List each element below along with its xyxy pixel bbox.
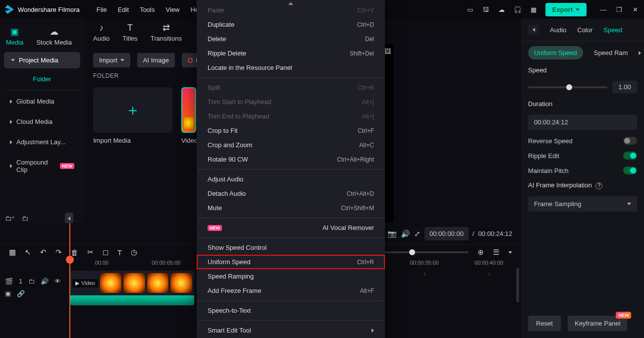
link-icon[interactable]: 🔗 — [17, 290, 25, 297]
sidebar-item-compound-clip[interactable]: Compound Clip NEW — [4, 153, 80, 179]
context-menu-item-ripple-delete[interactable]: Ripple DeleteShift+Del — [197, 46, 385, 60]
ai-image-button[interactable]: AI Image — [137, 53, 175, 67]
context-menu-item-speech-to-text[interactable]: Speech-to-Text — [197, 303, 385, 318]
context-menu-item-rotate-90-cw[interactable]: Rotate 90 CWCtrl+Alt+Right — [197, 152, 385, 167]
menu-view[interactable]: View — [165, 6, 179, 13]
interp-select[interactable]: Frame Sampling — [528, 196, 637, 212]
help-icon[interactable]: ? — [595, 182, 602, 189]
context-menu-item-uniform-speed[interactable]: Uniform SpeedCtrl+R — [197, 255, 385, 269]
visibility-icon[interactable]: 👁 — [54, 278, 61, 285]
reset-button[interactable]: Reset — [528, 316, 561, 331]
context-menu-label: Adjust Audio — [208, 175, 243, 183]
save-icon[interactable]: 🖫 — [482, 5, 490, 13]
playhead[interactable] — [69, 223, 70, 338]
menu-tools[interactable]: Tools — [140, 6, 155, 13]
track-icon[interactable]: 🎬 — [5, 278, 13, 285]
menu-edit[interactable]: Edit — [118, 6, 129, 13]
context-menu-item-speed-ramping[interactable]: Speed Ramping — [197, 269, 385, 283]
cloud-icon[interactable]: ☁ — [498, 5, 506, 13]
new-folder-icon[interactable]: 🗀⁺ — [5, 215, 15, 222]
context-menu-item-mute[interactable]: MuteCtrl+Shift+M — [197, 201, 385, 215]
collapse-sidebar-button[interactable] — [65, 213, 73, 224]
video-clip-tile[interactable]: Video — [181, 87, 198, 144]
timeline-scrollbar[interactable] — [516, 268, 519, 302]
chevron-down-icon[interactable] — [508, 251, 512, 254]
context-menu-item-crop-and-zoom[interactable]: Crop and ZoomAlt+C — [197, 138, 385, 152]
subtab-uniform-speed[interactable]: Uniform Speed — [528, 46, 583, 59]
crop-icon[interactable]: ◻ — [103, 248, 108, 257]
tab-stock-media[interactable]: ☁ Stock Media — [36, 27, 72, 46]
snapshot-icon[interactable]: 📷 — [387, 229, 397, 238]
grid-icon[interactable]: ▦ — [9, 248, 16, 257]
timecode-current[interactable]: 00:00:00:00 — [425, 227, 469, 240]
reverse-speed-toggle[interactable] — [623, 137, 637, 145]
speed-slider[interactable] — [528, 86, 607, 88]
context-menu-item-adjust-audio[interactable]: Adjust Audio — [197, 172, 385, 186]
import-button[interactable]: Import — [93, 53, 130, 67]
inspector-tab-speed[interactable]: Speed — [603, 26, 622, 34]
context-menu-item-duplicate[interactable]: DuplicateCtrl+D — [197, 17, 385, 32]
context-menu-item-delete[interactable]: DeleteDel — [197, 32, 385, 46]
track-options-icon[interactable]: ☰ — [493, 248, 499, 257]
speed-icon[interactable]: ◷ — [131, 248, 137, 257]
layout-icon[interactable]: ▭ — [466, 5, 474, 13]
minimize-icon[interactable]: ― — [599, 5, 607, 13]
speed-value[interactable]: 1.00 — [612, 81, 637, 93]
context-menu-item-smart-edit-tool[interactable]: Smart Edit Tool — [197, 323, 385, 338]
inspector-tab-color[interactable]: Color — [577, 26, 592, 34]
clip-audio-waveform[interactable] — [70, 295, 194, 305]
slider-knob[interactable] — [566, 84, 572, 90]
menu-file[interactable]: File — [97, 6, 107, 13]
timeline-clip[interactable]: ▶ Video — [70, 271, 194, 295]
context-menu-item-crop-to-fit[interactable]: Crop to FitCtrl+F — [197, 123, 385, 138]
tab-titles[interactable]: T Titles — [122, 23, 138, 42]
context-menu-item-add-freeze-frame[interactable]: Add Freeze FrameAlt+F — [197, 283, 385, 298]
tab-transitions[interactable]: ⇄ Transitions — [151, 23, 182, 42]
close-icon[interactable]: ✕ — [631, 5, 639, 13]
keyframe-panel-button[interactable]: Keyframe Panel NEW — [568, 316, 628, 331]
chevron-right-icon[interactable] — [639, 51, 641, 55]
context-menu-item-show-speed-control[interactable]: Show Speed Control — [197, 240, 385, 255]
maintain-pitch-toggle[interactable] — [623, 167, 637, 174]
ripple-edit-label: Ripple Edit — [528, 152, 559, 160]
ripple-edit-toggle[interactable] — [623, 152, 637, 160]
bin-icon[interactable]: 🗀 — [22, 215, 28, 222]
tab-audio[interactable]: ♪ Audio — [93, 23, 109, 42]
tab-media[interactable]: ▣ Media — [6, 27, 23, 46]
fullscreen-icon[interactable]: ⤢ — [414, 229, 421, 238]
maximize-icon[interactable]: ❐ — [615, 5, 623, 13]
zoom-in-icon[interactable]: ⊕ — [478, 248, 484, 257]
delete-icon[interactable]: 🗑 — [71, 248, 78, 257]
ruler-tick: 00:00:35:00 — [392, 260, 456, 276]
support-icon[interactable]: 🎧 — [514, 5, 522, 13]
sidebar-item-cloud-media[interactable]: Cloud Media — [4, 113, 80, 131]
undo-icon[interactable]: ↶ — [40, 248, 47, 257]
folder-icon[interactable]: 🗀 — [28, 278, 35, 285]
redo-icon[interactable]: ↷ — [55, 248, 62, 257]
volume-icon[interactable]: 🔊 — [401, 229, 410, 238]
split-icon[interactable]: ✂ — [87, 248, 94, 257]
text-icon[interactable]: T — [117, 248, 122, 257]
link-toggle-icon[interactable]: ▣ — [5, 290, 11, 297]
project-media-chip[interactable]: Project Media — [4, 52, 80, 68]
subtab-speed-ramping[interactable]: Speed Ram — [588, 46, 634, 59]
export-button[interactable]: Export — [545, 3, 587, 16]
context-menu-item-ai-vocal-remover[interactable]: NEWAI Vocal Remover — [197, 221, 385, 235]
slider-knob[interactable] — [409, 249, 415, 255]
duration-field[interactable]: 00:00:24:12 — [528, 114, 637, 130]
interp-label-text: AI Frame Interpolation — [528, 181, 592, 189]
context-menu-item-detach-audio[interactable]: Detach AudioCtrl+Alt+D — [197, 186, 385, 201]
apps-icon[interactable]: ▦ — [530, 5, 537, 13]
record-icon — [188, 58, 193, 63]
import-media-tile[interactable]: ＋ Import Media — [93, 87, 172, 144]
sidebar-item-global-media[interactable]: Global Media — [4, 92, 80, 111]
context-menu-item-locate-in-the-resource-panel[interactable]: Locate in the Resource Panel — [197, 60, 385, 75]
mute-icon[interactable]: 🔊 — [41, 278, 49, 285]
inspector-nav-left[interactable] — [528, 25, 539, 35]
inspector-tab-audio[interactable]: Audio — [550, 26, 566, 34]
folder-tab[interactable]: Folder — [4, 68, 80, 90]
image-icon[interactable]: 🖼 — [384, 48, 391, 55]
sidebar-item-adjustment-layer[interactable]: Adjustment Lay... — [4, 133, 80, 151]
pointer-icon[interactable]: ↖ — [25, 248, 31, 257]
chevron-up-icon[interactable] — [288, 2, 293, 5]
